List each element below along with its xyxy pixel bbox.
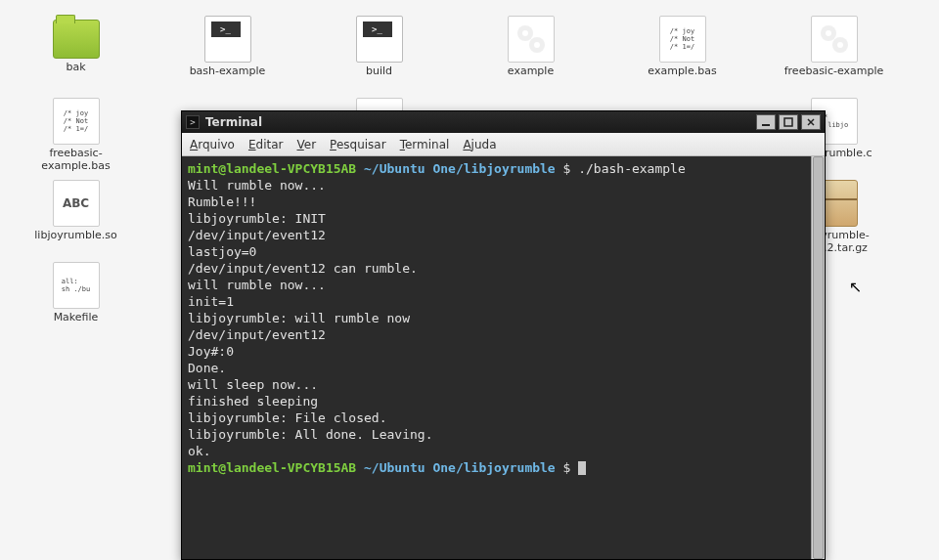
- icon-label: Makefile: [54, 311, 99, 323]
- executable-icon: [508, 16, 555, 63]
- terminal-content[interactable]: mint@landeel-VPCYB15AB ~/Ubuntu One/libj…: [182, 156, 811, 559]
- shell-script-icon: [204, 16, 251, 63]
- desktop-icon-build[interactable]: build: [303, 10, 455, 92]
- terminal-icon: >: [186, 115, 200, 129]
- menubar: ArquivoEditarVerPesquisarTerminalAjuda: [182, 133, 825, 156]
- desktop-icon-libjoyrumble-so[interactable]: ABClibjoyrumble.so: [0, 174, 152, 256]
- icon-label: build: [366, 65, 392, 77]
- desktop-icon-example-bas[interactable]: /* joy /* Not /* 1=/example.bas: [606, 10, 758, 92]
- icon-label: example.bas: [648, 65, 716, 77]
- icon-label: freebasic-example.bas: [18, 147, 135, 172]
- source-file-icon: all: sh ./bu: [53, 262, 100, 309]
- icon-label: libjoyrumble.so: [34, 229, 116, 241]
- minimize-button[interactable]: [756, 114, 776, 130]
- desktop-icon-makefile[interactable]: all: sh ./buMakefile: [0, 256, 152, 338]
- icon-label: bak: [66, 61, 85, 73]
- icon-label: bash-example: [190, 65, 266, 77]
- icon-label: freebasic-example: [784, 65, 884, 77]
- menu-terminal[interactable]: Terminal: [400, 138, 450, 151]
- desktop-icon-bak[interactable]: bak: [0, 10, 152, 92]
- source-file-icon: /* joy /* Not /* 1=/: [659, 16, 706, 63]
- maximize-button[interactable]: [779, 114, 798, 130]
- scrollbar[interactable]: [811, 156, 825, 559]
- menu-arquivo[interactable]: Arquivo: [190, 138, 235, 151]
- menu-pesquisar[interactable]: Pesquisar: [330, 138, 386, 151]
- terminal-window: > Terminal ArquivoEditarVerPesquisarTerm…: [181, 110, 826, 560]
- scroll-thumb[interactable]: [813, 156, 824, 559]
- close-button[interactable]: [801, 114, 821, 130]
- terminal-body: mint@landeel-VPCYB15AB ~/Ubuntu One/libj…: [182, 156, 825, 559]
- svg-point-2: [522, 30, 528, 36]
- desktop-icon-freebasic-example-bas[interactable]: /* joy /* Not /* 1=/freebasic-example.ba…: [0, 92, 152, 174]
- svg-rect-8: [762, 124, 770, 126]
- titlebar[interactable]: > Terminal: [182, 111, 825, 133]
- shell-script-icon: [356, 16, 403, 63]
- icon-label: example: [508, 65, 554, 77]
- svg-point-7: [837, 42, 843, 48]
- menu-ver[interactable]: Ver: [297, 138, 317, 151]
- menu-editar[interactable]: Editar: [248, 138, 284, 151]
- menu-ajuda[interactable]: Ajuda: [463, 138, 496, 151]
- desktop-icon-freebasic-example[interactable]: freebasic-example: [758, 10, 910, 92]
- svg-rect-9: [784, 118, 792, 126]
- desktop-icon-example[interactable]: example: [455, 10, 606, 92]
- terminal-cursor: [578, 461, 586, 475]
- svg-point-3: [534, 42, 540, 48]
- svg-point-6: [826, 30, 831, 36]
- source-file-icon: /* joy /* Not /* 1=/: [53, 98, 100, 145]
- window-title: Terminal: [205, 115, 756, 129]
- executable-icon: [811, 16, 858, 63]
- desktop-icon-bash-example[interactable]: bash-example: [152, 10, 303, 92]
- library-icon: ABC: [53, 180, 100, 227]
- folder-icon: [53, 20, 100, 59]
